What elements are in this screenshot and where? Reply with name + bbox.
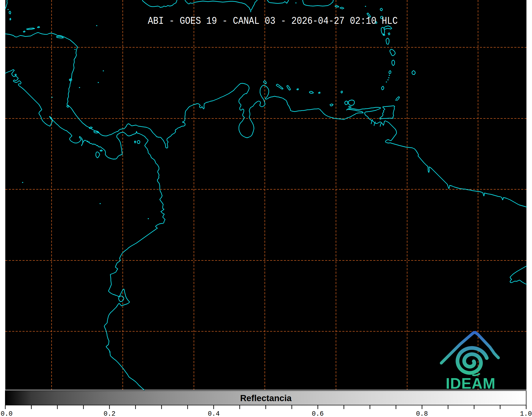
svg-text:0.8: 0.8 <box>416 410 428 417</box>
svg-text:0.6: 0.6 <box>312 410 324 417</box>
svg-text:Reflectancia: Reflectancia <box>240 393 292 403</box>
svg-text:ABI - GOES 19 - CANAL 03 - 202: ABI - GOES 19 - CANAL 03 - 2026-04-27 02… <box>148 15 398 27</box>
svg-text:0.4: 0.4 <box>208 410 220 417</box>
svg-text:IDEAM: IDEAM <box>446 375 496 392</box>
svg-text:1.0: 1.0 <box>520 410 532 417</box>
svg-text:0.0: 0.0 <box>1 410 12 417</box>
svg-text:0.2: 0.2 <box>103 410 115 417</box>
